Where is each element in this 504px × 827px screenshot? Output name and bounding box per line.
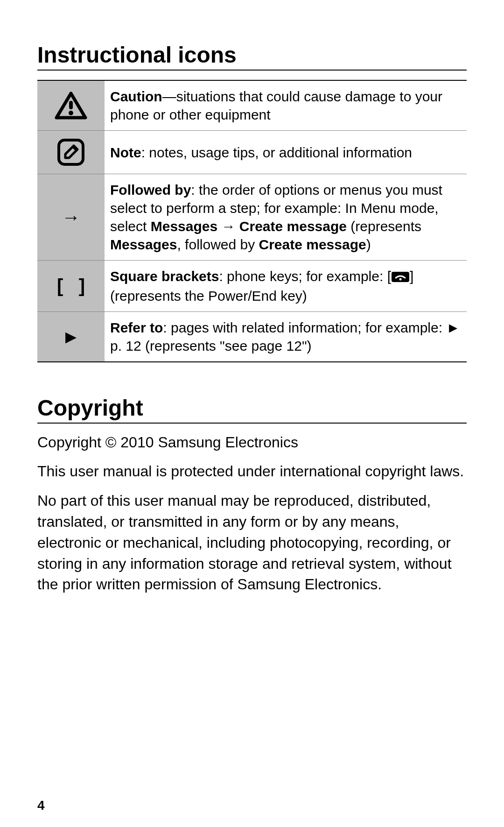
caution-desc: Caution—situations that could cause dama… — [105, 80, 467, 131]
t: , followed by — [177, 237, 259, 252]
copyright-protected: This user manual is protected under inte… — [37, 461, 467, 482]
refer-to-icon: ► — [37, 311, 105, 362]
refer-to-desc: Refer to: pages with related information… — [105, 311, 467, 362]
bold-label: Refer to — [110, 320, 163, 335]
note-desc: Note: notes, usage tips, or additional i… — [105, 131, 467, 174]
t: ) — [366, 237, 371, 252]
section-title-copyright: Copyright — [37, 395, 467, 424]
svg-rect-0 — [69, 101, 73, 109]
followed-by-desc: Followed by: the order of options or men… — [105, 174, 467, 261]
arrow: → — [217, 219, 239, 234]
table-row: ► Refer to: pages with related informati… — [37, 311, 467, 362]
rest: notes, usage tips, or additional informa… — [149, 145, 412, 160]
t: (represents — [347, 219, 421, 234]
copyright-body: No part of this user manual may be repro… — [37, 490, 467, 595]
b2: Create message — [239, 219, 347, 234]
power-end-key-icon — [391, 269, 410, 287]
brackets-desc: Square brackets: phone keys; for example… — [105, 261, 467, 312]
table-row: Caution—situations that could cause dama… — [37, 80, 467, 131]
sep: : — [141, 145, 149, 160]
arrow-icon: → — [37, 174, 105, 261]
bold-label: Caution — [110, 89, 162, 104]
t: : pages with related information; for ex… — [110, 320, 460, 353]
bold-label: Note — [110, 145, 141, 160]
svg-rect-2 — [59, 140, 83, 164]
svg-rect-3 — [392, 272, 409, 282]
note-icon — [37, 131, 105, 174]
caution-icon — [37, 80, 105, 131]
sep: — — [162, 89, 176, 104]
icons-table: Caution—situations that could cause dama… — [37, 80, 467, 362]
copyright-section: Copyright Copyright © 2010 Samsung Elect… — [37, 395, 467, 595]
bold-label: Square brackets — [110, 269, 219, 284]
page-number: 4 — [37, 798, 45, 813]
table-row: → Followed by: the order of options or m… — [37, 174, 467, 261]
b3: Messages — [110, 237, 177, 252]
table-row: [ ] Square brackets: phone keys; for exa… — [37, 261, 467, 312]
bold-label: Followed by — [110, 182, 191, 198]
t: : phone keys; for example: [ — [219, 269, 391, 284]
svg-point-1 — [69, 111, 73, 115]
brackets-icon: [ ] — [37, 261, 105, 312]
b4: Create message — [259, 237, 366, 252]
svg-point-4 — [399, 278, 401, 280]
copyright-line: Copyright © 2010 Samsung Electronics — [37, 432, 467, 453]
section-title-icons: Instructional icons — [37, 42, 467, 71]
table-row: Note: notes, usage tips, or additional i… — [37, 131, 467, 174]
b1: Messages — [151, 219, 217, 234]
